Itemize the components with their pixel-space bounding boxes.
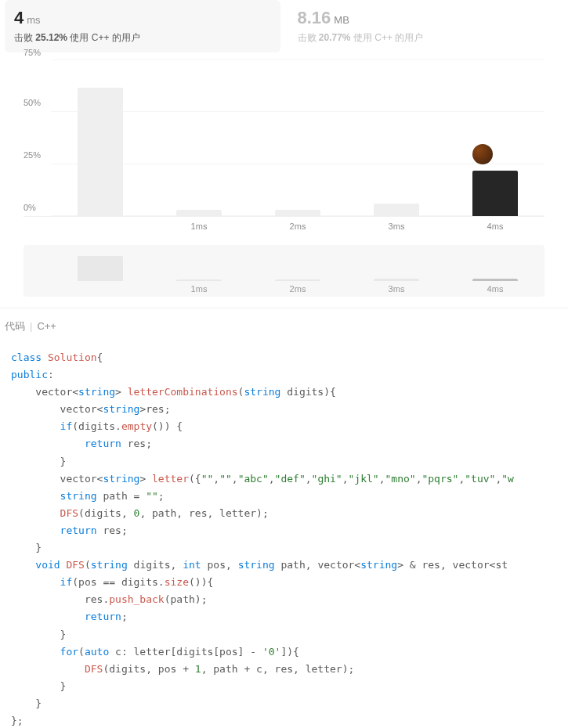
- user-avatar-icon[interactable]: [472, 144, 493, 164]
- memory-value: 8.16: [298, 8, 331, 27]
- bar[interactable]: [472, 171, 518, 216]
- bar[interactable]: [176, 210, 222, 216]
- bar[interactable]: [374, 204, 419, 216]
- runtime-subtext: 击败 25.12% 使用 C++ 的用户: [14, 31, 271, 45]
- mini-xtick: 3ms: [347, 281, 446, 294]
- code-header: 代码|C++: [0, 319, 568, 343]
- distribution-chart: 0% 25% 50% 75% 1ms2ms3ms4ms: [0, 52, 568, 231]
- memory-card[interactable]: 8.16MB 击败 20.77% 使用 C++ 的用户: [288, 0, 564, 52]
- mini-bar-col[interactable]: [150, 251, 248, 281]
- divider: [0, 308, 568, 308]
- mini-bar-col[interactable]: [446, 251, 544, 281]
- mini-xtick: 2ms: [248, 281, 347, 294]
- ytick: 50%: [24, 98, 41, 107]
- code-block[interactable]: class Solution{ public: vector<string> l…: [0, 343, 568, 728]
- runtime-card[interactable]: 4ms 击败 25.12% 使用 C++ 的用户: [5, 0, 280, 52]
- bar-col[interactable]: [150, 60, 248, 216]
- bar[interactable]: [275, 210, 320, 216]
- bar-col[interactable]: [51, 60, 150, 216]
- language-label[interactable]: C++: [37, 320, 56, 332]
- memory-unit: MB: [334, 14, 349, 26]
- ytick: 75%: [24, 48, 41, 57]
- mini-bar-col[interactable]: [347, 251, 446, 281]
- runtime-value: 4: [14, 8, 24, 27]
- mini-bar-col[interactable]: [248, 251, 347, 281]
- runtime-unit: ms: [27, 14, 40, 26]
- mini-xtick: [51, 281, 150, 294]
- bar-col[interactable]: [446, 60, 544, 216]
- mini-distribution-chart: 1ms2ms3ms4ms: [24, 245, 544, 297]
- ytick: 0%: [24, 203, 36, 212]
- bar-col[interactable]: [347, 60, 446, 216]
- memory-subtext: 击败 20.77% 使用 C++ 的用户: [298, 31, 555, 45]
- code-label[interactable]: 代码: [5, 320, 25, 332]
- mini-bar[interactable]: [78, 256, 123, 281]
- mini-bar-col[interactable]: [51, 251, 150, 281]
- ytick: 25%: [24, 150, 41, 160]
- xtick: [51, 217, 150, 231]
- mini-xtick: 4ms: [446, 281, 544, 294]
- xtick: 4ms: [446, 217, 544, 231]
- bar-col[interactable]: [248, 60, 347, 216]
- xtick: 3ms: [347, 217, 446, 231]
- xtick: 2ms: [248, 217, 347, 231]
- bar[interactable]: [78, 88, 123, 217]
- xtick: 1ms: [150, 217, 248, 231]
- mini-xtick: 1ms: [150, 281, 248, 294]
- stats-row: 4ms 击败 25.12% 使用 C++ 的用户 8.16MB 击败 20.77…: [0, 0, 568, 52]
